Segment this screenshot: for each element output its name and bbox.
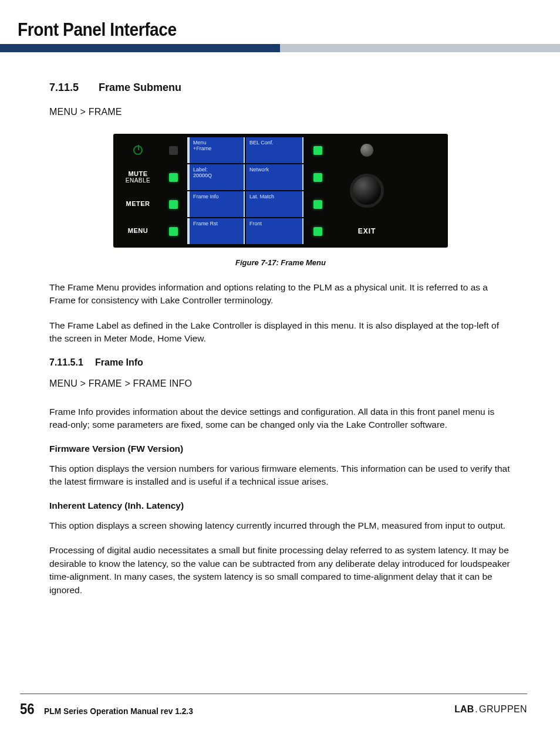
label-main: METER [126,201,150,208]
screen-cell-bel-conf[interactable]: BEL Conf. [246,137,303,163]
screen-line1: Frame Rst [193,221,218,226]
heading-7-11-5-1: 7.11.5.1Frame Info [49,357,512,368]
mute-enable-button[interactable]: MUTE ENABLE [117,164,159,190]
label-main: MUTE [128,171,147,178]
breadcrumb-frame-info: MENU > FRAME > FRAME INFO [49,378,512,389]
front-panel: Menu +Frame BEL Conf. MUTE ENABLE Label:… [113,134,448,248]
led-a4 [160,218,186,244]
screen-cell-frame-info[interactable]: Frame Info [187,191,245,217]
exit-button[interactable]: EXIT [332,218,402,244]
meter-button[interactable]: METER [117,191,159,217]
page-content: 7.11.5Frame Submenu MENU > FRAME Menu +F… [0,52,560,597]
figure-7-17: Menu +Frame BEL Conf. MUTE ENABLE Label:… [49,134,512,248]
led-icon [169,227,178,236]
led-a2 [160,164,186,190]
screen-line1: Frame Info [193,194,219,199]
led-b4 [305,218,330,244]
led-b1 [305,137,330,163]
power-button-cell[interactable] [117,137,159,163]
led-b3 [305,191,330,217]
screen-cell-lat-match[interactable]: Lat. Match [246,191,303,217]
para-frame-menu-1: The Frame Menu provides information and … [49,281,512,307]
screen-line2: 20000Q [193,173,212,178]
para-frame-menu-2: The Frame Label as defined in the Lake C… [49,319,512,346]
accent-navy [0,44,280,52]
led-icon [169,173,178,182]
page-title: Front Panel Interface [0,0,493,44]
led-icon [313,227,322,236]
screen-line1: Front [249,221,262,226]
led-icon [169,146,178,155]
screen-line2: +Frame [193,146,211,151]
page-footer: 56 PLM Series Operation Manual rev 1.2.3… [20,694,527,718]
accent-grey [280,44,560,52]
para-firmware-version: This option displays the version numbers… [49,462,512,489]
dial-icon [350,174,384,208]
screen-line1: Label: [193,167,208,173]
power-icon [133,146,143,155]
screen-cell-menu-frame[interactable]: Menu +Frame [187,137,245,163]
breadcrumb: MENU > FRAME [49,107,512,117]
led-icon [313,200,322,209]
screen-cell-label[interactable]: Label: 20000Q [187,164,245,190]
footer-text: PLM Series Operation Manual rev 1.2.3 [44,706,193,716]
led-icon [169,200,178,209]
screen-line1: Menu [193,140,207,146]
screen-cell-network[interactable]: Network [246,164,303,190]
heading-text: Frame Submenu [99,82,181,93]
menu-button[interactable]: MENU [117,218,159,244]
round-button[interactable] [332,137,402,163]
screen-line1: BEL Conf. [249,140,274,146]
heading-firmware-version: Firmware Version (FW Version) [49,444,512,454]
page-number: 56 [20,700,35,718]
heading-7-11-5: 7.11.5Frame Submenu [49,82,512,94]
heading-inherent-latency: Inherent Latency (Inh. Latency) [49,500,512,511]
footer-left: 56 PLM Series Operation Manual rev 1.2.3 [20,700,206,718]
para-inh-latency-1: This option displays a screen showing la… [49,519,512,532]
label-main: MENU [128,228,148,235]
rotary-encoder[interactable] [332,164,402,217]
brand-gruppen: GRUPPEN [479,704,527,715]
heading-text: Frame Info [95,357,143,367]
led-icon [313,146,322,155]
led-a3 [160,191,186,217]
para-frame-info: Frame Info provides information about th… [49,405,512,432]
para-inh-latency-2: Processing of digital audio necessitates… [49,544,512,597]
led-b2 [305,164,330,190]
led-a1 [160,137,186,163]
brand-lab: LAB [454,704,474,715]
circle-icon [360,144,373,157]
label-sub: ENABLE [126,178,150,184]
header-accent-bar [0,44,560,52]
heading-number: 7.11.5 [49,82,99,94]
brand-dot: . [475,704,478,715]
screen-cell-front[interactable]: Front [246,218,303,244]
brand-logo: LAB.GRUPPEN [454,704,527,715]
led-icon [313,173,322,182]
heading-number: 7.11.5.1 [49,357,95,368]
figure-caption: Figure 7-17: Frame Menu [49,258,512,267]
screen-cell-frame-rst[interactable]: Frame Rst [187,218,245,244]
screen-line1: Lat. Match [249,194,274,199]
screen-line1: Network [249,167,269,173]
